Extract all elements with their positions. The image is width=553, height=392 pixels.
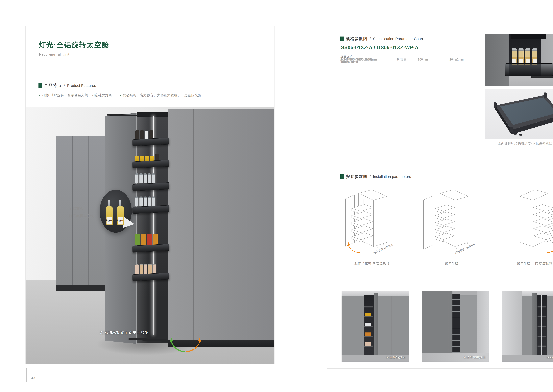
diagram-caption: 篮体平拉出 [416, 261, 491, 266]
gallery-label: 篮体平拉出效果 [463, 355, 486, 359]
footer-rule [26, 368, 27, 382]
gallery-photo-left-rotate: 向左旋转效果 [342, 291, 408, 362]
page-number-left: 143 [29, 376, 35, 380]
interior-light [137, 112, 148, 343]
page-subtitle: Revolving Tall Unit [39, 52, 69, 56]
bullet-dot-icon [39, 95, 40, 96]
open-column [452, 294, 460, 357]
rotation-arrows-icon [168, 334, 203, 354]
wall [502, 291, 522, 362]
upper-shelf [511, 34, 546, 39]
open-column [364, 295, 374, 357]
detail-photo-basket [485, 34, 553, 86]
tray-caption: 全内部棒卯结构玻璃篮·不见任何螺丝 [485, 141, 553, 146]
spec-heading-zh: 规格参数图 [346, 36, 367, 42]
door-edge-highlight [136, 112, 137, 344]
page-title: 灯光·全铝旋转太空舱 [39, 40, 109, 50]
diagram-caption: 篮体平拉出 向右边旋转 [497, 261, 553, 266]
spec-section: 规格参数图 / Specification Parameter Chart GS… [327, 26, 553, 155]
bottle-label: Corona Extra [106, 217, 112, 224]
basket-items [135, 264, 169, 274]
divider [26, 72, 274, 72]
photo-annotation: 灯光轴承旋转全铝平开拉篮 [100, 330, 149, 335]
left-page: 灯光·全铝旋转太空舱 Revolving Tall Unit 产品特点 / Pr… [25, 26, 275, 364]
features-heading-zh: 产品特点 [44, 83, 62, 88]
bottles [509, 43, 551, 65]
rotated-door [374, 293, 378, 358]
bullet-dot-icon [120, 95, 121, 96]
installation-diagram-center: 柜内深度 ≥520mm [416, 185, 491, 254]
rotated-door [532, 293, 537, 358]
cabinet-right [168, 109, 274, 347]
basket-items [135, 196, 169, 206]
feature-text: 联动结构、省力静音、大容量大收纳、二边氛围光源 [123, 93, 201, 98]
product-photo: 全铝支架 前后氛围硅胶灯 Corona Extra Cor [26, 107, 274, 364]
gallery-label: 向右旋转效果 [547, 355, 553, 359]
top-mechanism [137, 112, 168, 117]
callout-line1: 全铝支架 [69, 205, 95, 212]
gallery-photo-right-rotate: 向右旋转效果 [502, 291, 553, 362]
bottle: Corona Extra [106, 200, 113, 225]
cabinet-panel [485, 34, 509, 86]
heading-separator: / [370, 37, 371, 41]
bottle-neck [108, 200, 110, 207]
features-header: 产品特点 / Product Features [39, 83, 96, 88]
green-square-icon [340, 174, 344, 179]
installation-heading-en: Installation parameters [373, 175, 411, 179]
spec-header: 规格参数图 / Specification Parameter Chart [340, 36, 423, 42]
installation-diagram-left: 柜内深度 ≥520mm [334, 185, 410, 254]
bottle-brand: Corona [117, 219, 124, 221]
bottle-label: Corona Extra [118, 217, 123, 224]
bottle-brand: Corona [106, 219, 112, 221]
wall [477, 291, 489, 362]
clip-part [519, 134, 522, 136]
gallery-label: 向左旋转效果 [387, 355, 406, 359]
green-square-icon [39, 83, 42, 88]
catalog-spread: 灯光·全铝旋转太空舱 Revolving Tall Unit 产品特点 / Pr… [0, 0, 553, 392]
aluminium-pole [541, 295, 542, 356]
corner-post [494, 102, 497, 108]
heading-separator: / [64, 84, 65, 88]
open-column [537, 295, 547, 357]
green-square-icon [340, 36, 344, 41]
cabinet-seam [193, 109, 194, 347]
model-number: GS05-01XZ·A / GS05-01XZ-WP·A [340, 45, 419, 50]
basket-items [135, 130, 169, 139]
installation-heading-zh: 安装参数图 [346, 174, 367, 179]
cabinet-seam [220, 109, 220, 347]
callout-label: 全铝支架 前后氛围硅胶灯 [69, 205, 95, 220]
installation-section: 安装参数图 / Installation parameters 柜内深度 ≥52… [327, 157, 553, 277]
installation-header: 安装参数图 / Installation parameters [340, 174, 411, 179]
detail-callout: Corona Extra Corona Extra [100, 190, 132, 233]
spec-heading-en: Specification Parameter Chart [373, 37, 423, 41]
led-pole [153, 116, 154, 335]
bottle-neck [119, 200, 121, 207]
basket-items [135, 173, 169, 183]
corner-post [510, 127, 513, 132]
bottle: Corona Extra [117, 200, 124, 225]
bottle-sub: Extra [119, 221, 122, 223]
detail-photo-tray [485, 89, 553, 139]
gallery-photo-pullout: 篮体平拉出效果 [422, 291, 489, 362]
diagram-caption: 篮体平拉出 向左边旋转 [334, 261, 410, 266]
cabinet-fronts [422, 291, 452, 359]
basket-items [135, 234, 169, 245]
feature-bullet: 联动结构、省力静音、大容量大收纳、二边氛围光源 [120, 93, 201, 98]
heading-separator: / [370, 175, 371, 179]
feature-bullet: 内含8轴承旋转、全铝合金支架、内嵌硅胶灯条 [39, 93, 112, 98]
bottle-sub: Extra [108, 221, 111, 223]
slide-rail [532, 77, 553, 78]
corner-post [544, 92, 547, 98]
callout-line2: 前后氛围硅胶灯 [69, 212, 95, 220]
table-row: H:344*505*(1950-2200)mm6 (加高)400mm364 ±2… [340, 55, 463, 64]
cabinet-seam [247, 109, 247, 347]
feature-text: 内含8轴承旋转、全铝合金支架、内嵌硅胶灯条 [41, 93, 112, 98]
glass-basket [505, 63, 553, 76]
cabinet-kick [56, 285, 105, 291]
installation-diagram-right [497, 185, 553, 254]
floor [502, 355, 553, 362]
clip-part [514, 133, 517, 134]
cabinet-fronts [460, 295, 477, 357]
gallery-section: 向左旋转效果 篮体平拉出效果 向右旋转效果 [327, 279, 553, 369]
features-heading-en: Product Features [67, 84, 96, 88]
